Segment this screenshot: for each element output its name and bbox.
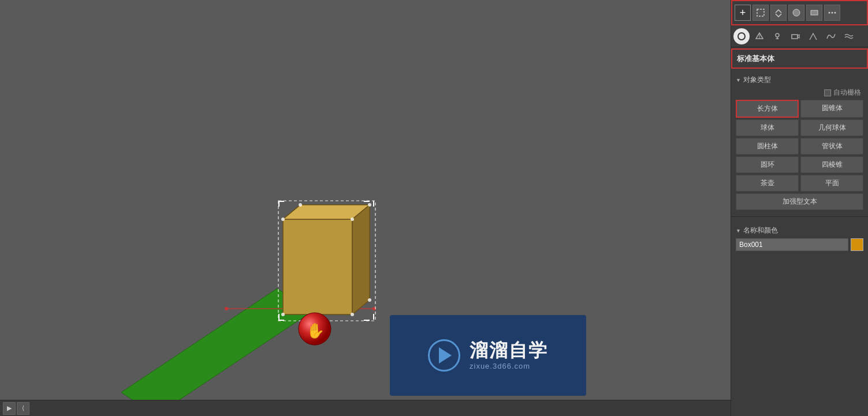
scene-svg: ✋ — [0, 0, 731, 416]
warp-button[interactable] — [841, 28, 857, 44]
helper-button[interactable] — [805, 28, 821, 44]
render-button[interactable] — [788, 5, 804, 21]
svg-marker-6 — [283, 205, 370, 219]
svg-point-17 — [281, 218, 285, 221]
svg-rect-9 — [278, 201, 284, 202]
svg-point-32 — [738, 33, 745, 40]
object-type-label: 对象类型 — [733, 73, 866, 87]
geometry-button[interactable] — [733, 28, 750, 44]
divider — [731, 216, 868, 217]
svg-point-22 — [368, 203, 371, 207]
svg-point-4 — [372, 307, 376, 310]
svg-rect-8 — [278, 201, 375, 321]
svg-marker-1 — [121, 288, 312, 415]
tube-button[interactable]: 管状体 — [800, 138, 863, 155]
box-button[interactable]: 长方体 — [736, 100, 799, 118]
svg-rect-10 — [278, 201, 280, 207]
svg-marker-5 — [283, 219, 352, 314]
color-swatch[interactable] — [851, 238, 863, 251]
standard-primitives-label: 标准基本体 — [737, 54, 774, 63]
name-row — [733, 237, 866, 252]
create-button[interactable]: + — [735, 5, 751, 21]
more-button[interactable] — [824, 5, 840, 21]
svg-rect-13 — [278, 320, 284, 321]
svg-text:✋: ✋ — [306, 321, 325, 340]
svg-rect-12 — [373, 201, 374, 207]
svg-rect-38 — [792, 35, 798, 39]
name-color-section: 名称和颜色 — [731, 219, 868, 256]
nav-button[interactable]: ⟨ — [17, 402, 29, 415]
right-panel: + — [731, 0, 868, 416]
toolbar-row2 — [731, 25, 868, 47]
transform-button[interactable] — [770, 5, 787, 21]
svg-point-35 — [776, 33, 779, 37]
svg-rect-26 — [757, 9, 764, 16]
watermark-text: 溜溜自学 zixue.3d66.com — [470, 340, 548, 370]
torus-button[interactable]: 圆环 — [736, 156, 799, 173]
teapot-button[interactable]: 茶壶 — [736, 175, 799, 192]
shape-button[interactable] — [751, 28, 768, 44]
svg-marker-7 — [352, 205, 370, 314]
svg-rect-16 — [373, 314, 374, 320]
play-icon — [428, 339, 460, 372]
spline-button[interactable] — [823, 28, 839, 44]
object-type-section: 对象类型 自动栅格 长方体 圆锥体 球体 几何球体 圆柱体 管状体 圆环 四棱锥… — [731, 70, 868, 215]
watermark-title: 溜溜自学 — [470, 340, 548, 361]
object-type-grid: 长方体 圆锥体 球体 几何球体 圆柱体 管状体 圆环 四棱锥 茶壶 平面 加强型… — [733, 99, 866, 211]
svg-point-19 — [351, 313, 354, 316]
cone-button[interactable]: 圆锥体 — [800, 100, 863, 118]
name-color-label: 名称和颜色 — [733, 222, 866, 237]
watermark: 溜溜自学 zixue.3d66.com — [390, 315, 586, 396]
bottom-bar: ▶ ⟨ — [0, 400, 731, 416]
svg-point-23 — [368, 298, 371, 302]
svg-point-29 — [829, 12, 830, 14]
viewport-status: 默认明暗处理 ] — [6, 6, 55, 16]
select-region-button[interactable] — [752, 5, 769, 21]
viewport[interactable]: 默认明暗处理 ] — [0, 0, 731, 416]
svg-point-30 — [832, 12, 833, 14]
auto-grid-row: 自动栅格 — [733, 87, 866, 99]
svg-rect-28 — [811, 10, 818, 15]
svg-rect-0 — [0, 0, 731, 400]
svg-rect-11 — [364, 201, 370, 202]
camera-button[interactable] — [787, 28, 803, 44]
svg-rect-14 — [278, 314, 280, 320]
plane-button[interactable]: 平面 — [800, 175, 863, 192]
watermark-url: zixue.3d66.com — [470, 362, 530, 370]
auto-grid-checkbox[interactable] — [824, 89, 831, 96]
svg-point-31 — [835, 12, 836, 14]
view-button[interactable] — [806, 5, 822, 21]
sphere-button[interactable]: 球体 — [736, 119, 799, 136]
standard-primitives-header[interactable]: 标准基本体 — [731, 48, 868, 69]
auto-grid-text: 自动栅格 — [833, 88, 861, 98]
cylinder-button[interactable]: 圆柱体 — [736, 138, 799, 155]
svg-point-21 — [299, 203, 302, 207]
name-input[interactable] — [736, 238, 848, 251]
play-button[interactable]: ▶ — [3, 402, 16, 415]
pyramid-button[interactable]: 四棱锥 — [800, 156, 863, 173]
svg-point-27 — [793, 9, 800, 16]
svg-rect-15 — [364, 320, 370, 321]
light-button[interactable] — [769, 28, 785, 44]
svg-point-20 — [281, 313, 285, 316]
svg-point-3 — [225, 307, 228, 310]
play-triangle — [439, 347, 452, 363]
text-button[interactable]: 加强型文本 — [736, 193, 863, 210]
geo-sphere-button[interactable]: 几何球体 — [800, 119, 863, 136]
svg-point-24 — [299, 313, 331, 345]
svg-point-18 — [351, 218, 354, 221]
toolbar-row1: + — [731, 0, 868, 25]
